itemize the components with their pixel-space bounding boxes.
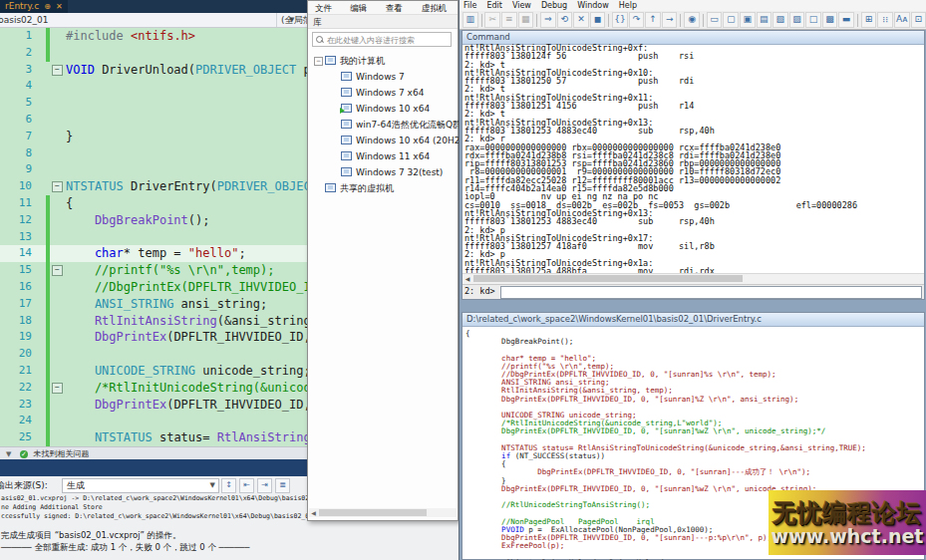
memory-window-icon[interactable]: ▧: [772, 12, 788, 28]
paste-icon[interactable]: ▦: [518, 12, 534, 28]
menu-item[interactable]: File: [463, 0, 476, 11]
close-icon[interactable]: ✕: [56, 0, 63, 13]
output-source-combo[interactable]: 生成 ▼: [62, 478, 219, 493]
source-mode-icon[interactable]: ⊞: [861, 12, 877, 28]
code-token: UNICODE_STRING: [66, 364, 195, 378]
locals-window-icon[interactable]: ▣: [740, 12, 756, 28]
fold-icon[interactable]: −: [52, 65, 63, 76]
code-token: * temp =: [124, 246, 188, 260]
change-bar: [46, 363, 50, 380]
memory-bits-icon[interactable]: ⁝⁝: [877, 12, 893, 28]
call-stack-window-icon[interactable]: ▨: [789, 12, 805, 28]
vm-tree-item[interactable]: Windows 10 x64 (20H2): [308, 133, 458, 148]
menu-item[interactable]: 查看(V): [386, 1, 413, 14]
change-bar: [46, 413, 50, 429]
scroll-left-icon[interactable]: ◀: [463, 275, 471, 283]
restart-icon[interactable]: ⟲: [557, 12, 573, 28]
scrollbar-thumb[interactable]: [319, 509, 427, 516]
change-bar: [46, 129, 50, 145]
menu-item[interactable]: View: [512, 0, 531, 11]
step-out-icon[interactable]: ↑: [645, 12, 661, 28]
font-icon[interactable]: Aᴀ: [894, 12, 910, 28]
line-number: 19: [0, 329, 32, 346]
fold-icon[interactable]: −: [52, 265, 63, 276]
vm-tree-item[interactable]: 共享的虚拟机: [308, 180, 458, 196]
menu-item[interactable]: Debug: [541, 0, 567, 11]
menu-item[interactable]: Help: [619, 0, 637, 11]
line-number: 17: [0, 296, 32, 313]
source-window-title[interactable]: D:\related_c\work_space2\WindowsKernel01…: [463, 313, 924, 327]
menu-item[interactable]: 文件(F): [315, 1, 341, 14]
change-bar: [46, 245, 50, 262]
menu-item[interactable]: 编辑(E): [350, 1, 377, 14]
step-into-icon[interactable]: {}: [612, 12, 628, 28]
vm-tree-item[interactable]: Windows 7: [308, 69, 458, 85]
menu-item[interactable]: Edit: [486, 0, 502, 11]
vs-project-dropdown[interactable]: basis02_01: [0, 13, 49, 27]
windbg-menu-bar: FileEditViewDebugWindowHelp: [460, 0, 926, 11]
disassembly-window-icon[interactable]: ▩: [822, 12, 838, 28]
copy-icon[interactable]: ≡: [501, 12, 517, 28]
options-icon[interactable]: ⊡: [911, 12, 926, 28]
desktop: rEntry.c ⊕ ✕ basis02_01 ▼ (全局范 1#include…: [0, 0, 926, 560]
watch-window-icon[interactable]: ▢: [723, 12, 739, 28]
vm-tree-item[interactable]: Windows 7 x64: [308, 85, 458, 101]
tree-expander-icon[interactable]: −: [314, 57, 323, 66]
code-text: char* temp = "hello";: [66, 245, 246, 262]
change-bar: [46, 313, 50, 330]
vmware-library-header: 库: [308, 15, 458, 29]
vm-name: Windows 10 x64: [356, 101, 430, 117]
step-over-icon[interactable]: ↷: [629, 12, 645, 28]
vm-horizontal-scrollbar[interactable]: ◀: [309, 508, 457, 517]
vm-tree-item[interactable]: Windows 11 x64: [308, 148, 458, 164]
chevron-down-icon[interactable]: ▼: [6, 450, 11, 458]
code-token: char: [66, 246, 124, 260]
run-to-cursor-icon[interactable]: →: [662, 12, 678, 28]
scratch-pad-icon[interactable]: □: [805, 12, 821, 28]
command-input[interactable]: [500, 286, 922, 299]
pin-icon[interactable]: ⊕: [44, 0, 51, 13]
line-number: 21: [0, 363, 32, 380]
vm-tree-item[interactable]: Windows 10 x64: [308, 101, 458, 117]
scrollbar-thumb[interactable]: [473, 275, 743, 282]
wrap-icon[interactable]: ↕: [221, 478, 236, 493]
change-bar: [46, 145, 50, 162]
line-number: 13: [0, 229, 32, 246]
vm-tree-item[interactable]: −我的计算机: [308, 53, 458, 69]
fold-icon[interactable]: −: [52, 383, 63, 394]
change-bar: [46, 397, 50, 414]
change-bar: [46, 212, 50, 229]
scroll-left-icon[interactable]: ◀: [309, 508, 318, 517]
command-output: nt!RtlAnsiStringToUnicodeString+0xf: fff…: [464, 44, 926, 275]
goto-prev-icon[interactable]: ⇤: [239, 478, 254, 493]
code-text: }: [66, 129, 73, 145]
goto-next-icon[interactable]: ⇥: [257, 478, 272, 493]
go-icon[interactable]: ⇒: [540, 12, 556, 28]
source-mode-on-icon[interactable]: ▬: [838, 12, 854, 28]
open-source-file-icon[interactable]: ▥: [463, 12, 478, 28]
vm-name: Windows 7 32(test): [356, 164, 443, 180]
kd-prompt-label: 2: kd>: [464, 286, 495, 296]
vm-search-box[interactable]: 在此处键入内容进行搜索: [312, 32, 452, 47]
command-window-icon[interactable]: ▭: [707, 12, 723, 28]
code-token: <ntifs.h>: [131, 29, 195, 43]
code-token: DbgPrintEx(DPFLTR_IHVVIDEO_ID, 0,: [465, 484, 655, 493]
menu-item[interactable]: Window: [577, 0, 609, 11]
menu-item[interactable]: 虚拟机(M): [422, 1, 458, 14]
cut-icon[interactable]: ✂: [484, 12, 500, 28]
fold-icon[interactable]: −: [52, 181, 63, 192]
vm-name: Windows 7 x64: [356, 85, 424, 101]
command-horizontal-scrollbar[interactable]: ◀: [463, 273, 924, 284]
stop-debugging-icon[interactable]: ✕: [573, 12, 589, 28]
code-token: "[sunran]---成功了！ \r\n": [691, 467, 801, 476]
clear-all-icon[interactable]: ≣: [275, 478, 290, 493]
vm-tree-item[interactable]: Windows 7 32(test): [308, 164, 458, 180]
registers-window-icon[interactable]: ▤: [757, 12, 772, 28]
change-bar: [46, 329, 50, 346]
code-token: status=: [153, 430, 217, 444]
vs-tab-driverentry[interactable]: rEntry.c ⊕ ✕: [0, 0, 68, 13]
line-number: 10: [0, 178, 32, 195]
break-icon[interactable]: ◼: [590, 12, 606, 28]
insert-breakpoint-icon[interactable]: ◉: [684, 12, 700, 28]
vm-tree-item[interactable]: win7-64浩然优化流畅Q群7413: [308, 117, 458, 133]
